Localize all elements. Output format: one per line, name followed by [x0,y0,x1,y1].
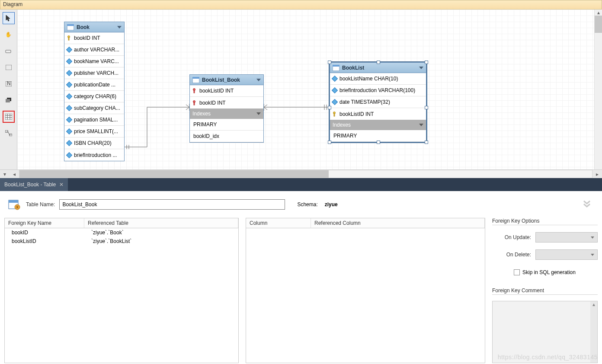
entity-book-header[interactable]: Book [64,22,124,32]
resize-handle[interactable] [377,140,380,144]
fk-row[interactable]: bookListID`ziyue`.`BookList` [5,237,238,246]
svg-rect-11 [5,130,8,132]
column-text: bookID INT [74,35,100,41]
tool-image[interactable]: N [3,78,15,90]
scroll-left-icon[interactable]: ▾ [0,170,10,178]
fk-columns-grid[interactable]: Column Referenced Column [246,218,485,363]
entity-booklist-book-header[interactable]: BookList_Book [190,75,263,85]
col-header-ref-column[interactable]: Referenced Column [311,218,485,228]
svg-rect-27 [334,114,335,116]
skip-sql-row: Skip in SQL generation [492,269,598,275]
column-row[interactable]: briefIntroduction VARCHAR(100) [330,85,426,96]
vertical-scrollbar[interactable]: ▴ [594,10,602,169]
column-row[interactable]: subCategory CHA... [64,102,124,114]
resize-handle[interactable] [377,61,380,64]
col-header-ref-table[interactable]: Referenced Table [84,218,238,228]
scroll-thumb[interactable] [595,16,602,33]
schema-label: Schema: [297,201,317,208]
column-text: bookID INT [199,100,226,106]
column-row[interactable]: bookListName CHAR(10) [330,73,426,85]
tool-eraser[interactable] [3,45,15,57]
entity-booklist[interactable]: BookList bookListName CHAR(10)briefIntro… [330,62,426,142]
foreign-keys-grid[interactable]: Foreign Key Name Referenced Table bookID… [4,218,239,363]
column-row[interactable]: pagination SMAL... [64,114,124,126]
tool-note[interactable] [3,61,15,73]
index-row[interactable]: bookID_idx [190,131,263,142]
tool-layer[interactable] [3,94,15,106]
horizontal-scrollbar[interactable]: ▾ ◂ ▸ [0,169,602,178]
index-row[interactable]: PRIMARY [330,130,426,142]
collapse-icon[interactable] [256,79,261,81]
table-name-label: Table Name: [26,201,55,208]
fk-name: bookListID [5,237,84,246]
editor-body: Foreign Key Name Referenced Table bookID… [3,218,599,363]
resize-handle[interactable] [425,140,428,144]
svg-rect-17 [68,38,69,40]
indexes-label: Indexes [333,122,351,128]
tool-hand[interactable]: ✋ [3,29,15,41]
collapse-icon[interactable] [117,26,122,29]
skip-sql-checkbox[interactable] [514,269,520,275]
collapse-icon[interactable] [256,112,261,115]
diagram-canvas[interactable]: Book bookID INTauthor VARCHAR...bookName… [17,10,602,169]
scroll-right-icon[interactable]: ▸ [592,170,602,178]
fk-row[interactable]: bookID`ziyue`.`Book` [5,228,238,237]
column-row[interactable]: bookListID INT [190,85,263,97]
scrollbar[interactable]: ▴ [590,301,597,363]
col-header-fk-name[interactable]: Foreign Key Name [5,218,84,228]
expand-icon[interactable] [582,198,595,211]
tool-pointer[interactable] [3,12,15,24]
resize-handle[interactable] [328,106,331,109]
tab-booklist-book[interactable]: BookList_Book - Table ✕ [0,178,68,191]
resize-handle[interactable] [425,106,428,109]
column-row[interactable]: bookListID INT [330,108,426,120]
column-row[interactable]: briefIntroduction ... [64,149,124,161]
on-delete-select[interactable] [535,249,598,260]
svg-rect-23 [194,102,195,105]
column-text: bookListName CHAR(10) [339,76,398,82]
table-name-input[interactable] [59,199,285,210]
column-text: briefIntroduction ... [74,152,117,158]
column-row[interactable]: bookID INT [64,32,124,44]
fk-comment-title: Foreign Key Comment [492,287,598,295]
indexes-header[interactable]: Indexes [190,109,263,119]
table-editor: Table Name: Schema: ziyue Foreign Key Na… [0,191,602,363]
on-update-label: On Update: [492,234,531,240]
scroll-left-icon[interactable]: ◂ [10,170,19,178]
scroll-track[interactable] [19,170,592,178]
col-header-column[interactable]: Column [246,218,311,228]
tool-new-table[interactable] [3,111,15,123]
resize-handle[interactable] [328,61,331,64]
column-row[interactable]: bookName VARC... [64,56,124,67]
column-row[interactable]: bookID INT [190,97,263,109]
indexes-header[interactable]: Indexes [330,120,426,130]
indexes-label: Indexes [192,111,211,117]
tool-relation[interactable] [3,127,15,139]
column-row[interactable]: publisher VARCH... [64,67,124,79]
svg-rect-6 [5,114,12,120]
column-row[interactable]: price SMALLINT(... [64,126,124,137]
collapse-icon[interactable] [419,124,423,126]
column-row[interactable]: publicationDate ... [64,79,124,91]
entity-book[interactable]: Book bookID INTauthor VARCHAR...bookName… [64,22,125,161]
resize-handle[interactable] [328,140,331,144]
column-row[interactable]: category CHAR(6) [64,91,124,102]
table-icon [192,77,199,83]
column-row[interactable]: author VARCHAR... [64,44,124,56]
table-editor-icon [7,197,22,212]
index-row[interactable]: PRIMARY [190,119,263,131]
on-delete-label: On Delete: [492,252,531,258]
on-update-select[interactable] [535,232,598,243]
scroll-thumb[interactable] [19,170,329,178]
fk-comment-textarea[interactable]: ▴ [492,301,598,363]
entity-booklist-book[interactable]: BookList_Book bookListID INTbookID INT I… [189,74,264,143]
bottom-tab-bar: BookList_Book - Table ✕ [0,178,602,191]
collapse-icon[interactable] [419,67,423,69]
column-row[interactable]: date TIMESTAMP(32) [330,96,426,108]
close-icon[interactable]: ✕ [59,182,64,188]
skip-sql-label: Skip in SQL generation [522,269,576,275]
resize-handle[interactable] [425,61,428,64]
column-row[interactable]: ISBN CHAR(20) [64,137,124,149]
svg-rect-19 [192,77,199,79]
entity-booklist-header[interactable]: BookList [330,63,426,73]
